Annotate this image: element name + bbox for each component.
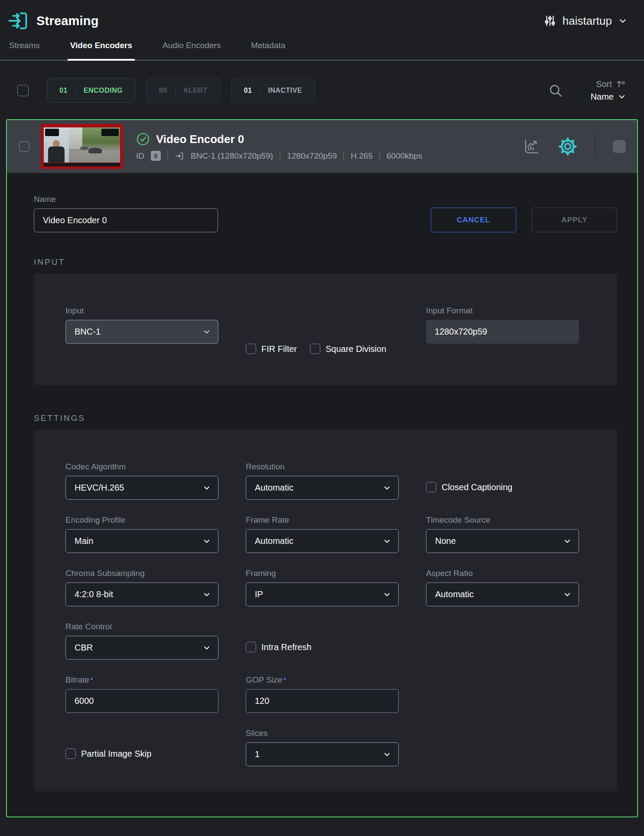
slices-select[interactable]: 1 (246, 742, 399, 766)
divider (167, 151, 168, 161)
codec-algorithm-select[interactable]: HEVC/H.265 (65, 476, 218, 500)
sort-block: Sort Name (591, 79, 626, 102)
closed-captioning-checkbox[interactable]: Closed Captioning (426, 482, 579, 492)
chevron-down-icon (203, 591, 210, 598)
sort-label: Sort (596, 79, 612, 89)
search-icon[interactable] (548, 83, 563, 98)
alert-count: 00 (159, 87, 167, 94)
page-title: Streaming (36, 14, 99, 28)
account-name: haistartup (563, 14, 612, 28)
chevron-down-icon (564, 591, 571, 598)
news-ticker (44, 163, 120, 166)
slices-label: Slices (246, 729, 399, 738)
resolution-select[interactable]: Automatic (246, 476, 399, 500)
tab-metadata[interactable]: Metadata (248, 40, 288, 60)
sort-ascending-icon[interactable] (616, 79, 626, 89)
input-select[interactable]: BNC-1 (65, 320, 218, 344)
chevron-down-icon (618, 93, 626, 101)
divider (343, 151, 344, 161)
inactive-count: 01 (244, 87, 252, 94)
encoder-selected-checkbox[interactable] (613, 140, 626, 153)
brand: Streaming (7, 10, 99, 32)
input-label: Input (65, 306, 218, 316)
rate-control-select[interactable]: CBR (65, 636, 218, 660)
input-format-label: Input Format (426, 306, 579, 316)
encoder-form: Name CANCEL APPLY INPUT Input BNC-1 (7, 173, 637, 816)
encoder-header-actions (522, 133, 626, 159)
encoder-id-label: ID (136, 151, 144, 161)
station-tag (45, 129, 59, 136)
bitrate-input[interactable] (65, 689, 218, 713)
rate-control-label: Rate Control (65, 622, 218, 631)
framing-label: Framing (246, 569, 399, 578)
apply-button[interactable]: APPLY (532, 208, 617, 232)
sort-value-dropdown[interactable]: Name (591, 92, 626, 102)
alert-label: ALERT (183, 87, 208, 94)
filter-alert-button[interactable]: 00 ALERT (146, 78, 220, 103)
encoder-format: 1280x720p59 (287, 151, 337, 161)
closed-captioning-label: Closed Captioning (442, 482, 512, 492)
street-scene-pane (69, 127, 120, 163)
encoding-profile-label: Encoding Profile (65, 515, 218, 525)
frame-rate-label: Frame Rate (246, 515, 399, 525)
chevron-down-icon (203, 329, 210, 335)
square-division-checkbox[interactable]: Square Division (310, 344, 386, 354)
filter-encoding-button[interactable]: 01 ENCODING (47, 78, 135, 103)
framing-select[interactable]: IP (246, 582, 399, 606)
gop-size-input[interactable] (246, 689, 399, 713)
encoding-profile-select[interactable]: Main (65, 529, 218, 553)
tab-streams[interactable]: Streams (7, 40, 42, 60)
filter-inactive-button[interactable]: 01 INACTIVE (231, 78, 315, 103)
filter-bar: 01 ENCODING 00 ALERT 01 INACTIVE Sort (0, 61, 644, 119)
tab-video-encoders[interactable]: Video Encoders (68, 40, 135, 60)
encoder-thumbnail (41, 124, 123, 169)
square-division-label: Square Division (325, 344, 386, 354)
divider (379, 151, 380, 161)
tab-audio-encoders[interactable]: Audio Encoders (160, 40, 223, 60)
cancel-button[interactable]: CANCEL (431, 208, 516, 232)
encoder-meta-row: ID 0 BNC-1 (1280x720p59) 1280x720p59 H.2… (136, 151, 422, 161)
chevron-down-icon (564, 538, 571, 545)
chroma-subsampling-select[interactable]: 4:2:0 8-bit (65, 582, 218, 606)
chevron-down-icon (618, 16, 628, 26)
fir-filter-label: FIR Filter (261, 344, 297, 354)
encoder-title: Video Encoder 0 (156, 133, 244, 146)
name-input[interactable] (34, 208, 218, 232)
encoder-title-block: Video Encoder 0 ID 0 BNC-1 (1280x720p59)… (136, 132, 422, 161)
input-section-title: INPUT (34, 257, 617, 267)
settings-section-panel: Codec Algorithm HEVC/H.265 Resolution Au… (34, 430, 617, 791)
aspect-ratio-label: Aspect Ratio (426, 569, 579, 578)
bitrate-label: Bitrate (65, 675, 218, 685)
resolution-label: Resolution (246, 462, 399, 472)
settings-section-title: SETTINGS (34, 413, 617, 423)
checkbox-box (246, 642, 256, 652)
settings-gear-icon[interactable] (558, 137, 578, 156)
encoder-select-checkbox[interactable] (19, 141, 29, 152)
encoding-label: ENCODING (84, 87, 123, 94)
aspect-ratio-select[interactable]: Automatic (426, 582, 579, 606)
chevron-down-icon (384, 751, 390, 758)
partial-image-skip-checkbox[interactable]: Partial Image Skip (65, 748, 218, 759)
timecode-source-label: Timecode Source (426, 515, 579, 525)
chevron-down-icon (384, 591, 390, 598)
status-ok-icon (136, 132, 150, 146)
location-tag (101, 129, 119, 136)
chevron-down-icon (203, 485, 210, 491)
checkbox-box (426, 482, 436, 492)
timecode-source-select[interactable]: None (426, 529, 579, 553)
stats-icon[interactable] (522, 137, 540, 156)
chevron-down-icon (203, 644, 210, 651)
inactive-label: INACTIVE (268, 87, 302, 94)
account-menu[interactable]: haistartup (543, 14, 628, 28)
sliders-icon (543, 14, 556, 27)
encoder-source: BNC-1 (1280x720p59) (191, 151, 273, 161)
checkbox-box (310, 344, 320, 354)
divider (175, 86, 176, 95)
intra-refresh-label: Intra Refresh (261, 642, 312, 652)
select-all-checkbox[interactable] (17, 85, 29, 96)
intra-refresh-checkbox[interactable]: Intra Refresh (246, 642, 399, 652)
fir-filter-checkbox[interactable]: FIR Filter (246, 344, 297, 354)
codec-algorithm-label: Codec Algorithm (65, 462, 218, 472)
frame-rate-select[interactable]: Automatic (246, 529, 399, 553)
input-select-value: BNC-1 (75, 327, 101, 337)
